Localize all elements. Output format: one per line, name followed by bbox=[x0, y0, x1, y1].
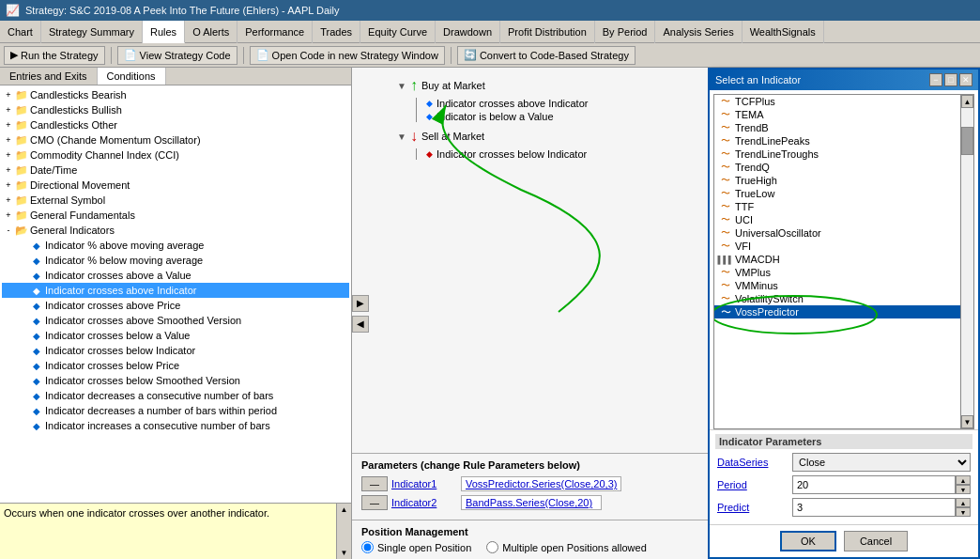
convert-code-button[interactable]: 🔄 Convert to Code-Based Strategy bbox=[457, 46, 635, 65]
param-indicator1-link[interactable]: Indicator1 bbox=[391, 478, 457, 489]
tab-conditions[interactable]: Conditions bbox=[98, 68, 166, 85]
nav-left-arrow[interactable]: ◀ bbox=[352, 316, 369, 333]
list-item[interactable]: - 📂 General Indicators bbox=[2, 223, 349, 238]
dialog-close-button[interactable]: ✕ bbox=[959, 73, 972, 86]
list-item[interactable]: ◆ Indicator crosses below Indicator bbox=[2, 343, 349, 358]
period-up-arrow[interactable]: ▲ bbox=[956, 475, 971, 485]
tab-analysis-series[interactable]: Analysis Series bbox=[655, 21, 742, 43]
list-item[interactable]: 〜 VMMinus bbox=[714, 279, 960, 292]
radio-single-input[interactable] bbox=[361, 541, 374, 553]
list-item[interactable]: + 📁 Date/Time bbox=[2, 163, 349, 178]
predict-down-arrow[interactable]: ▼ bbox=[956, 507, 971, 517]
param-btn-2[interactable]: — bbox=[361, 495, 388, 510]
tab-chart[interactable]: Chart bbox=[0, 21, 41, 43]
scroll-down-arrow[interactable]: ▼ bbox=[341, 549, 348, 557]
list-item[interactable]: 〜 TrendQ bbox=[714, 161, 960, 174]
list-item[interactable]: ◆ Indicator crosses above Price bbox=[2, 298, 349, 313]
list-item[interactable]: + 📁 Candlesticks Bearish bbox=[2, 87, 349, 102]
param-indicator1-value[interactable]: VossPredictor.Series(Close,20,3) bbox=[461, 476, 621, 491]
radio-multiple-input[interactable] bbox=[486, 541, 498, 553]
period-label[interactable]: Period bbox=[717, 479, 792, 490]
list-item[interactable]: ◆ Indicator crosses below Smoothed Versi… bbox=[2, 373, 349, 388]
nav-right-arrow[interactable]: ▶ bbox=[352, 295, 369, 312]
dialog-maximize-button[interactable]: □ bbox=[944, 73, 957, 86]
tab-by-period[interactable]: By Period bbox=[595, 21, 656, 43]
param-indicator2-link[interactable]: Indicator2 bbox=[391, 497, 457, 508]
param-btn-1[interactable]: — bbox=[361, 476, 388, 491]
tab-strategy-summary[interactable]: Strategy Summary bbox=[41, 21, 143, 43]
list-item[interactable]: 〜 VMPlus bbox=[714, 266, 960, 279]
list-scrollbar[interactable]: ▲ ▼ bbox=[960, 95, 973, 428]
list-item[interactable]: + 📁 External Symbol bbox=[2, 193, 349, 208]
list-item[interactable]: 〜 TrendB bbox=[714, 121, 960, 134]
dataseries-label[interactable]: DataSeries bbox=[717, 457, 792, 468]
tab-drawdown[interactable]: Drawdown bbox=[436, 21, 500, 43]
radio-single[interactable]: Single open Position bbox=[361, 541, 471, 553]
scroll-thumb[interactable] bbox=[961, 127, 973, 155]
predict-label[interactable]: Predict bbox=[717, 502, 792, 513]
list-item[interactable]: ▌▌▌ VMACDH bbox=[714, 253, 960, 266]
list-item[interactable]: 〜 TrueLow bbox=[714, 187, 960, 200]
tree-toggle[interactable]: + bbox=[2, 194, 15, 207]
list-item[interactable]: ◆ Indicator decreases a consecutive numb… bbox=[2, 388, 349, 403]
predict-up-arrow[interactable]: ▲ bbox=[956, 498, 971, 507]
tab-rules[interactable]: Rules bbox=[143, 21, 185, 43]
tree-toggle[interactable]: + bbox=[2, 103, 15, 116]
tree-toggle[interactable]: + bbox=[2, 133, 15, 147]
tab-profit-distribution[interactable]: Profit Distribution bbox=[500, 21, 595, 43]
tab-equity-curve[interactable]: Equity Curve bbox=[360, 21, 436, 43]
tree-container[interactable]: + 📁 Candlesticks Bearish + 📁 Candlestick… bbox=[0, 85, 351, 503]
list-item[interactable]: + 📁 General Fundamentals bbox=[2, 208, 349, 223]
tree-toggle[interactable]: + bbox=[2, 179, 15, 192]
list-item[interactable]: ◆ Indicator crosses below a Value bbox=[2, 328, 349, 343]
list-item[interactable]: ◆ Indicator crosses above a Value bbox=[2, 268, 349, 283]
tree-toggle[interactable]: + bbox=[2, 209, 15, 222]
list-item[interactable]: 〜 TEMA bbox=[714, 108, 960, 121]
scroll-track[interactable] bbox=[961, 108, 973, 415]
list-item[interactable]: ◆ Indicator % above moving average bbox=[2, 238, 349, 253]
scroll-up-arrow[interactable]: ▲ bbox=[341, 505, 348, 514]
expand-icon-2[interactable]: ▼ bbox=[397, 132, 406, 142]
list-item[interactable]: ◆ Indicator decreases a number of bars w… bbox=[2, 403, 349, 418]
list-item[interactable]: 〜 VFI bbox=[714, 240, 960, 253]
list-item[interactable]: 〜 TTF bbox=[714, 200, 960, 213]
description-scrollbar[interactable]: ▲ ▼ bbox=[336, 504, 351, 559]
tab-wealth-signals[interactable]: WealthSignals bbox=[743, 21, 824, 43]
open-code-button[interactable]: 📄 Open Code in new Strategy Window bbox=[250, 46, 445, 65]
tab-alerts[interactable]: O Alerts bbox=[185, 21, 237, 43]
list-item[interactable]: ◆ Indicator crosses above Smoothed Versi… bbox=[2, 313, 349, 328]
list-item[interactable]: + 📁 Candlesticks Bullish bbox=[2, 102, 349, 117]
tree-toggle[interactable]: + bbox=[2, 118, 15, 132]
list-item[interactable]: ◆ Indicator increases a consecutive numb… bbox=[2, 418, 349, 433]
view-code-button[interactable]: 📄 View Strategy Code bbox=[117, 46, 237, 65]
list-item[interactable]: 〜 TrendLinePeaks bbox=[714, 134, 960, 148]
ok-button[interactable]: OK bbox=[780, 531, 836, 551]
list-item[interactable]: + 📁 CMO (Chande Momentum Oscillator) bbox=[2, 132, 349, 148]
list-item[interactable]: 〜 VolatilitySwitch bbox=[714, 292, 960, 305]
period-down-arrow[interactable]: ▼ bbox=[956, 485, 971, 494]
expand-icon[interactable]: ▼ bbox=[397, 81, 406, 91]
scroll-up-button[interactable]: ▲ bbox=[961, 95, 973, 108]
run-strategy-button[interactable]: ▶ Run the Strategy bbox=[4, 46, 105, 65]
dialog-minimize-button[interactable]: − bbox=[929, 73, 942, 86]
tab-entries-exits[interactable]: Entries and Exits bbox=[0, 68, 98, 85]
list-item[interactable]: + 📁 Candlesticks Other bbox=[2, 117, 349, 132]
list-item[interactable]: + 📁 Directional Movement bbox=[2, 178, 349, 193]
tab-trades[interactable]: Trades bbox=[313, 21, 360, 43]
dataseries-select[interactable]: Close Open High Low bbox=[792, 453, 971, 472]
tree-toggle[interactable]: + bbox=[2, 163, 15, 177]
tab-performance[interactable]: Performance bbox=[237, 21, 313, 43]
param-indicator2-value[interactable]: BandPass.Series(Close,20) bbox=[461, 495, 602, 510]
list-item[interactable]: 〜 UCI bbox=[714, 213, 960, 226]
list-item[interactable]: 〜 TCFPlus bbox=[714, 95, 960, 108]
tree-toggle[interactable]: + bbox=[2, 148, 15, 162]
list-item[interactable]: ◆ Indicator crosses below Price bbox=[2, 358, 349, 373]
tree-toggle[interactable]: - bbox=[2, 224, 15, 237]
list-item[interactable]: ◆ Indicator % below moving average bbox=[2, 253, 349, 268]
indicator-list[interactable]: 〜 TCFPlus 〜 TEMA 〜 TrendB 〜 TrendLinePea… bbox=[714, 95, 960, 428]
list-item[interactable]: 〜 UniversalOscillator bbox=[714, 226, 960, 240]
period-input[interactable] bbox=[792, 475, 956, 494]
radio-multiple[interactable]: Multiple open Positions allowed bbox=[486, 541, 646, 553]
predict-input[interactable] bbox=[792, 498, 956, 517]
list-item-voss-predictor[interactable]: 〜 VossPredictor bbox=[714, 305, 960, 318]
